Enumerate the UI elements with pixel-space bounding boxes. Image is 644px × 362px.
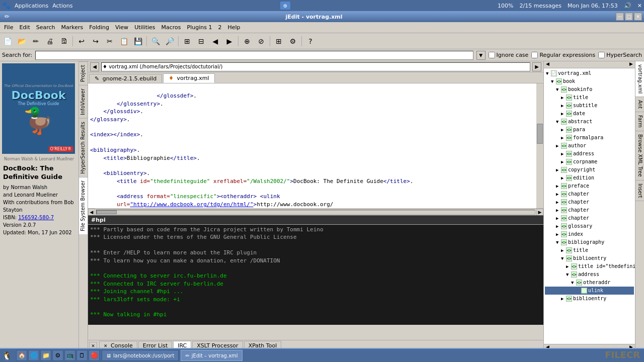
hscroll-track[interactable]	[96, 210, 535, 215]
regex-checkbox[interactable]	[531, 52, 538, 58]
expand-button[interactable]: ⊞	[181, 35, 194, 48]
tree-node[interactable]: ▶<>subtitle	[545, 102, 634, 110]
menu-edit[interactable]: Edit	[16, 23, 33, 32]
undo-button[interactable]: ↩	[75, 35, 88, 48]
tree-node[interactable]: ▼<>address	[545, 270, 634, 279]
search-input[interactable]	[35, 51, 473, 60]
tree-expand-icon[interactable]: ▼	[556, 239, 561, 246]
applications-menu[interactable]: Applications	[15, 3, 48, 9]
tree-node[interactable]: ▶<>chapter	[545, 206, 634, 214]
tab-ebuild[interactable]: ✎ gnome-2.1.5.ebuild	[89, 74, 162, 83]
tree-node[interactable]: ▼<>abstract	[545, 118, 634, 126]
rvtab-browse[interactable]: Browse XML Tree	[635, 131, 644, 180]
hypersearch-checkbox[interactable]	[598, 52, 605, 58]
tree-node[interactable]: ▼<>bibliography	[545, 238, 634, 246]
file-nav-prev[interactable]: ◀	[90, 62, 99, 71]
tree-expand-icon[interactable]: ▶	[561, 174, 566, 182]
tree-expand-icon[interactable]: ▼	[571, 279, 576, 286]
tree-node[interactable]: ▶<>date	[545, 110, 634, 118]
tree-node[interactable]: ▶<>chapter	[545, 190, 634, 198]
hscroll-left-btn[interactable]: ◀	[88, 209, 95, 216]
tree-node[interactable]: ▼<>otheraddr	[545, 279, 634, 287]
edit-button[interactable]: ✏	[29, 35, 42, 48]
menu-help[interactable]: Help	[224, 23, 243, 32]
search-replace-button[interactable]: 🔎	[163, 35, 176, 48]
tree-node[interactable]: ▶<>para	[545, 126, 634, 134]
tree-node[interactable]: ▶<>author	[545, 142, 634, 150]
tree-node[interactable]: ▼<>biblioentry	[545, 254, 634, 262]
tree-nav-next[interactable]: ▶	[627, 61, 635, 68]
tree-expand-icon[interactable]: ▶	[561, 150, 566, 157]
tree-expand-icon[interactable]: ▶	[556, 142, 561, 149]
search-button[interactable]: 🔍	[149, 35, 162, 48]
taskbar-icon-7[interactable]: 🔴	[89, 350, 100, 361]
menu-plugins2[interactable]: 2	[215, 23, 224, 32]
taskbar-penguin[interactable]: 🐧	[2, 351, 12, 360]
vtab-project[interactable]: Project	[79, 61, 88, 85]
taskbar-terminal[interactable]: 🖥 lars@notebook:/usr/port	[102, 350, 179, 361]
tree-expand-icon[interactable]: ▶	[561, 158, 566, 165]
xml-tree[interactable]: ▼📄vortrag.xml▼<>book▼<>bookinfo▶<>title▶…	[544, 68, 635, 344]
menu-folding[interactable]: Folding	[86, 23, 112, 32]
editor-scrollbar[interactable]	[536, 83, 543, 208]
next-button[interactable]: ▶	[223, 35, 236, 48]
prev-button[interactable]: ◀	[209, 35, 222, 48]
new-file-button[interactable]: 📄	[1, 35, 14, 48]
taskbar-icon-2[interactable]: 🌐	[28, 350, 39, 361]
actions-menu[interactable]: Actions	[52, 3, 72, 9]
tree-expand-icon[interactable]: ▶	[561, 94, 566, 101]
taskbar-icon-4[interactable]: ⚙	[52, 350, 63, 361]
menu-plugins1[interactable]: Plugins 1	[184, 23, 215, 32]
taskbar-icon-6[interactable]: 🗒	[76, 350, 88, 361]
tree-node[interactable]: ▶<>chapter	[545, 214, 634, 222]
menu-search[interactable]: Search	[33, 23, 58, 32]
taskbar-icon-5[interactable]: 📺	[64, 350, 75, 361]
print-button[interactable]: 🖨	[43, 35, 56, 48]
menu-markers[interactable]: Markers	[58, 23, 87, 32]
file-nav-next[interactable]: ▶	[532, 62, 541, 71]
redo-button[interactable]: ↪	[89, 35, 102, 48]
tree-expand-icon[interactable]: ▶	[556, 191, 561, 198]
tree-node[interactable]: ▶<>glossary	[545, 222, 634, 230]
tree-expand-icon[interactable]: ▶	[561, 102, 566, 109]
vtab-infoviewer[interactable]: InfoViewer	[79, 85, 88, 118]
irc-panel[interactable]: *** Partly based on code from the Jicra …	[88, 224, 543, 325]
help-button[interactable]: ?	[304, 35, 317, 48]
tree-expand-icon[interactable]: ▼	[566, 271, 571, 278]
menu-utilities[interactable]: Utilities	[131, 23, 158, 32]
file-path-dropdown[interactable]: ♦ vortrag.xml (/home/lars/Projects/doctu…	[101, 62, 530, 71]
tree-node[interactable]: ▶<>index	[545, 230, 634, 238]
volume-icon[interactable]: 🔊	[624, 2, 631, 9]
open-file-button[interactable]: 📂	[15, 35, 28, 48]
rvtab-vortrag[interactable]: vortrag.xml	[635, 61, 644, 97]
tree-node[interactable]: ▶<>edition	[545, 174, 634, 182]
editor-content[interactable]: </glossdef>. </glossentry>. </glossdiv>.…	[88, 83, 536, 208]
close-system-icon[interactable]: ✕	[637, 3, 642, 9]
editor-hscrollbar[interactable]: ◀ ▶	[88, 208, 543, 215]
tree-node[interactable]: ▶<>title id="thedefinitegui...	[545, 262, 634, 270]
print-preview-button[interactable]: 🖺	[57, 35, 70, 48]
tree-expand-icon[interactable]: ▶	[556, 166, 561, 173]
tree-expand-icon[interactable]: ▼	[551, 78, 556, 85]
rvtab-farm[interactable]: Farm	[635, 112, 644, 131]
tree-expand-icon[interactable]: ▼	[556, 86, 561, 93]
hscroll-right-btn[interactable]: ▶	[536, 209, 543, 216]
tree-node[interactable]: ▶<>title	[545, 94, 634, 102]
paste-button[interactable]: 📋	[117, 35, 130, 48]
tree-expand-icon[interactable]: ▶	[561, 295, 566, 302]
tree-expand-icon[interactable]: ▶	[561, 126, 566, 133]
menu-file[interactable]: File	[1, 23, 16, 32]
tree-node[interactable]: ▶<>preface	[545, 182, 634, 190]
tree-node[interactable]: ▼<>book	[545, 77, 634, 85]
minimize-button[interactable]: —	[616, 13, 624, 21]
tree-nav-prev[interactable]: ◀	[544, 61, 551, 68]
plugin-button1[interactable]: ⊕	[240, 35, 254, 48]
tree-expand-icon[interactable]: ▶	[556, 199, 561, 206]
taskbar-icon-1[interactable]: 🏠	[16, 350, 27, 361]
tree-node[interactable]: ▶<>biblioentry	[545, 295, 634, 303]
ignore-case-checkbox[interactable]	[489, 52, 495, 58]
tab-vortrag[interactable]: ♦ vortrag.xml	[163, 73, 214, 83]
tree-expand-icon[interactable]: ▶	[556, 183, 561, 190]
close-button[interactable]: ✕	[634, 13, 642, 21]
tree-expand-icon[interactable]: ▶	[561, 247, 566, 254]
